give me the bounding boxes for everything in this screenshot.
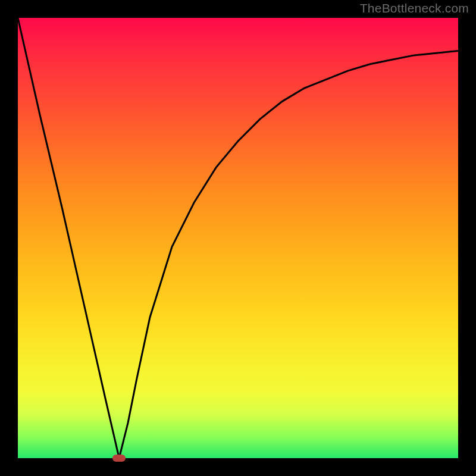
plot-area	[18, 18, 458, 458]
minimum-marker	[112, 455, 126, 462]
watermark-text: TheBottleneck.com	[360, 1, 469, 15]
bottleneck-curve	[18, 18, 458, 458]
curve-svg	[18, 18, 458, 458]
chart-frame: TheBottleneck.com	[0, 0, 476, 476]
